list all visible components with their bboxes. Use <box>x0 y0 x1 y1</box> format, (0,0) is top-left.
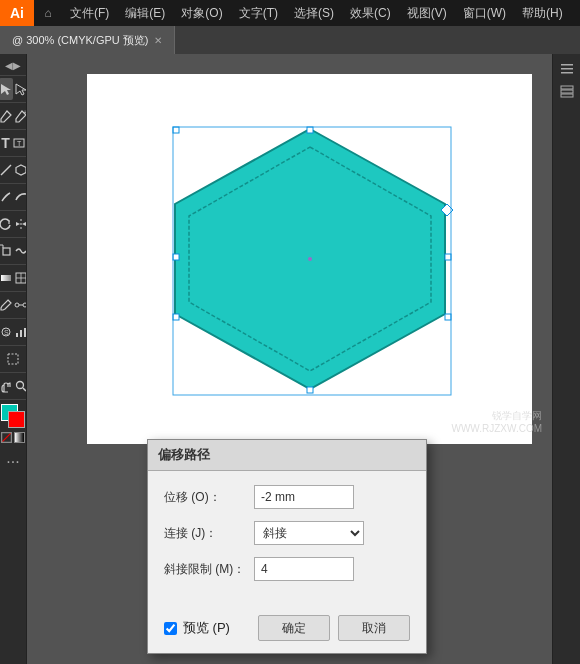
svg-rect-40 <box>561 72 573 74</box>
dialog-title-bar[interactable]: 偏移路径 <box>148 440 426 471</box>
tool-group-pen: + <box>0 103 26 130</box>
none-swatch[interactable] <box>1 432 12 443</box>
scale-tool[interactable] <box>0 240 13 262</box>
miter-row: 斜接限制 (M)： <box>164 557 410 581</box>
rect-tool[interactable] <box>14 159 28 181</box>
mesh-tool[interactable] <box>14 267 28 289</box>
tool-group-artboard <box>0 346 26 373</box>
svg-rect-33 <box>307 387 313 393</box>
title-bar: Ai ⌂ 文件(F) 编辑(E) 对象(O) 文字(T) 选择(S) 效果(C)… <box>0 0 580 26</box>
add-anchor-tool[interactable]: + <box>14 105 28 127</box>
menu-file[interactable]: 文件(F) <box>62 0 117 26</box>
miter-label: 斜接限制 (M)： <box>164 561 254 578</box>
svg-rect-43 <box>561 94 573 97</box>
svg-marker-6 <box>16 222 20 226</box>
left-toolbar: ◀▶ + <box>0 54 27 664</box>
swatch-container[interactable] <box>1 404 25 428</box>
svg-marker-7 <box>22 222 26 226</box>
selection-tool[interactable] <box>0 78 13 100</box>
svg-rect-19 <box>20 330 22 337</box>
tool-group-select <box>0 76 26 103</box>
type-tool[interactable]: T <box>0 132 11 154</box>
line-tool[interactable] <box>0 159 13 181</box>
svg-line-23 <box>23 388 26 391</box>
warp-tool[interactable] <box>14 240 28 262</box>
hand-tool[interactable] <box>0 375 13 397</box>
svg-line-3 <box>1 165 11 175</box>
svg-point-14 <box>23 303 27 307</box>
artboard <box>87 74 532 444</box>
more-tools[interactable]: ··· <box>1 451 25 473</box>
svg-rect-21 <box>8 354 18 364</box>
menu-effect[interactable]: 效果(C) <box>342 0 399 26</box>
tab-bar: @ 300% (CMYK/GPU 预览) ✕ <box>0 26 580 54</box>
direct-selection-tool[interactable] <box>14 78 28 100</box>
svg-rect-9 <box>1 275 11 281</box>
right-panel <box>552 54 580 664</box>
svg-rect-34 <box>173 314 179 320</box>
menu-object[interactable]: 对象(O) <box>173 0 230 26</box>
svg-rect-20 <box>24 328 26 337</box>
offset-path-dialog: 偏移路径 位移 (O)： 连接 (J)： 斜接 圆角 斜角 斜接限制 (M)： <box>147 439 427 654</box>
svg-rect-39 <box>561 68 573 70</box>
svg-marker-4 <box>16 165 26 175</box>
menu-select[interactable]: 选择(S) <box>286 0 342 26</box>
tab-label: @ 300% (CMYK/GPU 预览) <box>12 33 148 48</box>
layers-icon[interactable] <box>556 80 578 102</box>
toolbar-collapse[interactable]: ◀▶ <box>0 56 27 76</box>
pencil-tool[interactable] <box>0 186 13 208</box>
zoom-tool[interactable] <box>14 375 28 397</box>
canvas-area[interactable]: 锐学自学网 WWW.RJZXW.COM 偏移路径 位移 (O)： 连接 (J)：… <box>27 54 552 664</box>
svg-rect-42 <box>561 90 573 93</box>
chart-tool[interactable] <box>14 321 28 343</box>
svg-line-24 <box>2 433 11 442</box>
menu-bar: 文件(F) 编辑(E) 对象(O) 文字(T) 选择(S) 效果(C) 视图(V… <box>62 0 580 26</box>
join-row: 连接 (J)： 斜接 圆角 斜角 <box>164 521 410 545</box>
hexagon-shape <box>140 109 480 409</box>
tool-group-transform <box>0 211 26 238</box>
svg-point-13 <box>15 303 19 307</box>
svg-point-36 <box>308 257 312 261</box>
smooth-tool[interactable] <box>14 186 28 208</box>
tab-close-button[interactable]: ✕ <box>154 35 162 46</box>
menu-edit[interactable]: 编辑(E) <box>117 0 173 26</box>
svg-rect-18 <box>16 333 18 337</box>
symbol-tool[interactable]: S <box>0 321 13 343</box>
offset-label: 位移 (O)： <box>164 489 254 506</box>
gradient-swatch[interactable] <box>14 432 25 443</box>
area-type-tool[interactable]: T <box>12 132 26 154</box>
dialog-body: 位移 (O)： 连接 (J)： 斜接 圆角 斜角 斜接限制 (M)： <box>148 471 426 607</box>
reflect-tool[interactable] <box>14 213 28 235</box>
menu-help[interactable]: 帮助(H) <box>514 0 571 26</box>
pen-tool[interactable] <box>0 105 13 127</box>
svg-rect-31 <box>445 254 451 260</box>
preview-checkbox[interactable] <box>164 622 177 635</box>
background-swatch[interactable] <box>8 411 25 428</box>
menu-view[interactable]: 视图(V) <box>399 0 455 26</box>
blend-tool[interactable] <box>14 294 28 316</box>
gradient-tool[interactable] <box>0 267 13 289</box>
ok-button[interactable]: 确定 <box>258 615 330 641</box>
cancel-button[interactable]: 取消 <box>338 615 410 641</box>
properties-icon[interactable] <box>556 58 578 80</box>
svg-text:+: + <box>23 109 27 116</box>
eyedropper-tool[interactable] <box>0 294 13 316</box>
document-tab[interactable]: @ 300% (CMYK/GPU 预览) ✕ <box>0 26 175 54</box>
join-select[interactable]: 斜接 圆角 斜角 <box>254 521 364 545</box>
svg-text:S: S <box>4 329 9 336</box>
tool-group-pencil <box>0 184 26 211</box>
menu-type[interactable]: 文字(T) <box>231 0 286 26</box>
tool-group-shape <box>0 157 26 184</box>
artboard-tool[interactable] <box>1 348 25 370</box>
offset-input[interactable] <box>254 485 354 509</box>
color-section <box>0 400 27 447</box>
tool-group-type: T T <box>0 130 26 157</box>
preview-label[interactable]: 预览 (P) <box>183 619 230 637</box>
menu-window[interactable]: 窗口(W) <box>455 0 514 26</box>
rotate-tool[interactable] <box>0 213 13 235</box>
svg-rect-28 <box>173 127 179 133</box>
miter-input[interactable] <box>254 557 354 581</box>
home-button[interactable]: ⌂ <box>34 0 62 26</box>
svg-rect-35 <box>173 254 179 260</box>
preview-checkbox-row: 预览 (P) <box>164 619 230 637</box>
